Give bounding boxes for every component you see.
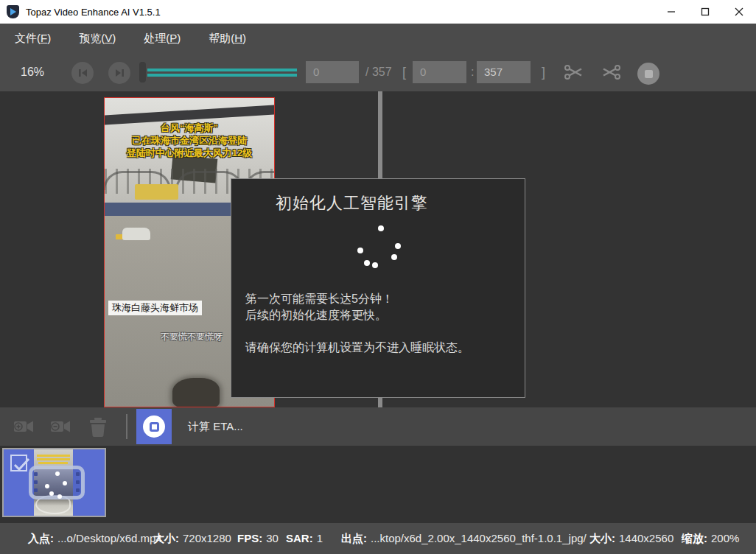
status-bar: 入点:...o/Desktop/x6d.mp4 大小:720x1280 FPS:…: [0, 523, 756, 554]
thumb-spinner-dot: [55, 471, 60, 476]
minimize-button[interactable]: [654, 0, 688, 24]
toolbar-divider: [126, 414, 127, 439]
status-value: ...o/Desktop/x6d.mp4: [57, 532, 162, 544]
set-trim-in-button[interactable]: [564, 63, 584, 85]
stop-processing-icon: [143, 416, 165, 438]
status-label: 入点:: [28, 532, 54, 544]
trash-icon: [87, 415, 109, 438]
title-bar: Topaz Video Enhance AI V1.5.1: [0, 0, 756, 24]
menu-help[interactable]: 帮助(H): [204, 29, 251, 49]
status-value: 200%: [711, 532, 739, 544]
video-location-label: 珠海白藤头海鲜市场: [108, 301, 202, 315]
status-label: 大小:: [153, 532, 179, 544]
thumb-caption-shape: [37, 455, 70, 457]
thumb-caption-shape: [37, 458, 70, 460]
dialog-body: 第一次可能需要长达5分钟！ 后续的初始化速度将更快。 请确保您的计算机设置为不进…: [245, 291, 469, 356]
video-bg-shape: [172, 378, 220, 407]
spinner-dot: [372, 262, 378, 268]
spinner-dot: [391, 254, 397, 260]
status-scale: 缩放:200%: [682, 523, 739, 554]
status-fps: FPS:30: [237, 523, 279, 554]
remove-video-icon: [49, 415, 72, 438]
menu-bar: 文件(F) 预览(V) 处理(P) 帮助(H): [0, 24, 756, 53]
skip-to-end-button[interactable]: [108, 62, 130, 84]
clip-checkbox[interactable]: [10, 455, 27, 471]
status-label: 大小:: [589, 532, 615, 544]
timeline-slider-track[interactable]: [147, 69, 297, 77]
headline-line: 已在珠海市金湾区沿海登陆: [105, 134, 274, 147]
trim-bracket-close: ]: [542, 53, 545, 91]
scissors-in-icon: [564, 63, 584, 82]
menu-preview[interactable]: 预览(V): [74, 29, 120, 49]
trim-colon: :: [471, 53, 474, 91]
scissors-out-icon: [601, 63, 621, 82]
dialog-spacer: [245, 323, 469, 340]
status-value: 1: [317, 532, 323, 544]
close-icon: [735, 7, 743, 16]
add-video-icon: [12, 415, 35, 438]
timeline-slider-handle[interactable]: [139, 62, 146, 83]
status-label: SAR:: [286, 532, 313, 544]
spinner-dot: [378, 225, 384, 231]
skip-to-end-icon: [115, 69, 125, 77]
trim-end-input[interactable]: 357: [477, 61, 531, 83]
status-value: 1440x2560: [619, 532, 673, 544]
thumb-caption-shape: [38, 462, 68, 464]
dialog-line: 请确保您的计算机设置为不进入睡眠状态。: [245, 340, 469, 356]
spinner-dot: [395, 243, 401, 249]
trim-bracket-open: [: [402, 53, 406, 91]
trim-start-input[interactable]: 0: [413, 61, 466, 83]
maximize-button[interactable]: [688, 0, 722, 24]
toolbar-stop-button[interactable]: [637, 63, 659, 85]
headline-line: 台风“海高斯”: [105, 122, 274, 134]
status-output-size: 大小:1440x2560: [589, 523, 673, 554]
dialog-line: 后续的初始化速度将更快。: [245, 307, 469, 323]
delete-video-button[interactable]: [87, 415, 109, 441]
stop-processing-button[interactable]: [136, 409, 172, 444]
current-frame-input[interactable]: 0: [306, 61, 359, 83]
total-frames-label: / 357: [365, 53, 392, 91]
preview-zoom-level: 16%: [21, 53, 44, 91]
menu-process[interactable]: 处理(P): [139, 29, 185, 49]
add-video-button[interactable]: [12, 415, 35, 441]
status-value: 720x1280: [183, 532, 231, 544]
processing-filmstrip-icon: [29, 466, 85, 499]
set-trim-out-button[interactable]: [601, 63, 621, 85]
thumb-spinner-dot: [63, 481, 67, 485]
status-label: 出点:: [341, 532, 367, 544]
skip-to-start-button[interactable]: [71, 62, 94, 84]
thumb-spinner-dot: [49, 491, 54, 496]
status-label: 缩放:: [682, 532, 707, 544]
video-bg-shape: [122, 228, 150, 240]
app-logo-icon: [7, 5, 19, 18]
spinner-dot: [357, 248, 363, 253]
status-label: FPS:: [237, 532, 262, 544]
init-engine-dialog: 初始化人工智能引擎 第一次可能需要长达5分钟！ 后续的初始化速度将更快。 请确保…: [231, 178, 525, 398]
status-value: ...ktop/x6d_2.00x_1440x2560_thf-1.0.1_jp…: [371, 532, 587, 544]
skip-to-start-icon: [78, 69, 88, 77]
menu-file[interactable]: 文件(F): [10, 29, 55, 49]
remove-video-button[interactable]: [49, 415, 72, 441]
timeline-track-bar: [147, 74, 297, 77]
playback-toolbar: 16% 0 / 357 [ 0 : 357 ]: [0, 53, 756, 91]
status-input-size: 大小:720x1280: [153, 523, 231, 554]
clip-toolbar: 计算 ETA...: [0, 407, 756, 446]
eta-status-label: 计算 ETA...: [188, 407, 243, 446]
thumb-spinner-dot: [57, 494, 62, 499]
maximize-icon: [701, 7, 710, 16]
headline-line: 登陆时中心附近最大风力12级: [105, 147, 274, 159]
timeline-track-bar: [147, 69, 297, 71]
app-window: Topaz Video Enhance AI V1.5.1 文件(F) 预览(V…: [0, 0, 756, 554]
close-button[interactable]: [722, 0, 756, 24]
clip-thumbnail-tile[interactable]: [2, 448, 106, 517]
video-bg-shape: [135, 184, 178, 200]
spinner-dot: [364, 260, 370, 266]
status-output-path: 出点:...ktop/x6d_2.00x_1440x2560_thf-1.0.1…: [341, 523, 587, 554]
minimize-icon: [667, 7, 676, 16]
video-subtitle: 不要慌不要慌呀: [161, 331, 223, 343]
thumb-spinner-dot: [45, 484, 49, 488]
status-sar: SAR:1: [286, 523, 323, 554]
video-headline-caption: 台风“海高斯” 已在珠海市金湾区沿海登陆 登陆时中心附近最大风力12级: [105, 122, 274, 159]
status-value: 30: [266, 532, 279, 544]
window-title: Topaz Video Enhance AI V1.5.1: [26, 7, 161, 18]
